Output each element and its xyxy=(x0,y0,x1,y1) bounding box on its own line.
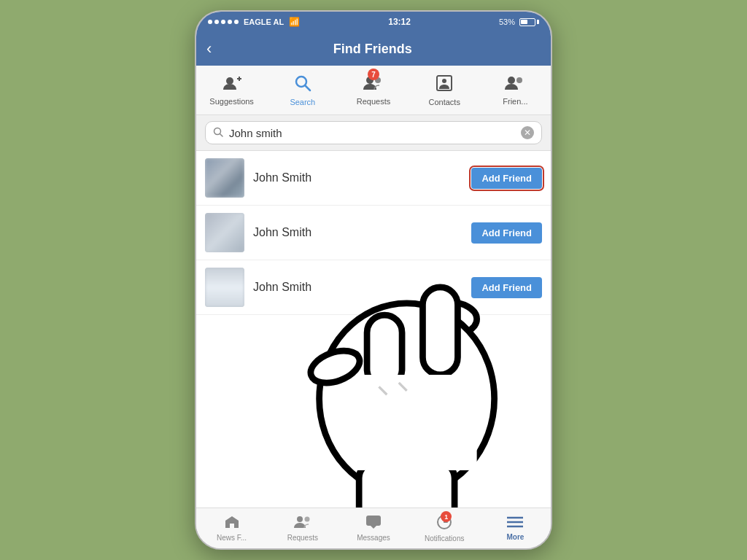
back-button[interactable]: ‹ xyxy=(206,39,219,58)
signal-dot-5 xyxy=(234,20,239,24)
avatar-2 xyxy=(205,213,244,252)
svg-point-8 xyxy=(442,79,446,83)
bottom-nav-messages[interactable]: Messages xyxy=(338,508,409,548)
signal-dot-1 xyxy=(208,20,212,24)
top-nav: ‹ Find Friends xyxy=(196,32,551,66)
suggestions-icon xyxy=(222,75,241,94)
search-input[interactable] xyxy=(229,127,515,139)
svg-line-20 xyxy=(379,386,387,394)
tab-search[interactable]: Search xyxy=(267,66,338,114)
status-left: EAGLE AL 📶 xyxy=(208,17,300,27)
search-bar-container: ✕ xyxy=(196,115,551,151)
search-label: Search xyxy=(290,98,315,106)
svg-point-22 xyxy=(297,516,303,522)
bottom-nav-notifications[interactable]: 1 Notifications xyxy=(409,508,480,548)
svg-rect-16 xyxy=(367,315,402,386)
page-title: Find Friends xyxy=(219,42,526,57)
signal-dot-4 xyxy=(228,20,232,24)
phone-frame: EAGLE AL 📶 13:12 53% ‹ Find Friends xyxy=(195,10,552,550)
result-item-3: John Smith Add Friend xyxy=(196,260,551,315)
results-list: John Smith Add Friend John Smith Add Fri… xyxy=(196,151,551,508)
battery-tip xyxy=(537,20,539,24)
svg-point-10 xyxy=(516,77,522,83)
add-friend-button-2[interactable]: Add Friend xyxy=(471,222,542,244)
notifications-badge: 1 xyxy=(441,511,452,522)
bottom-nav-more[interactable]: More xyxy=(480,508,551,548)
bottom-nav-requests[interactable]: Requests xyxy=(267,508,338,548)
signal-dot-3 xyxy=(221,20,225,24)
status-time: 13:12 xyxy=(388,17,411,27)
news-label: News F... xyxy=(217,534,247,542)
friends-icon xyxy=(505,75,525,94)
requests-label: Requests xyxy=(357,97,390,106)
wifi-icon: 📶 xyxy=(289,17,300,27)
add-friend-button-1[interactable]: Add Friend xyxy=(471,168,542,189)
requests-badge: 7 xyxy=(368,69,379,80)
wh-watermark: WH xyxy=(336,399,399,442)
svg-line-21 xyxy=(399,383,407,391)
svg-rect-18 xyxy=(359,462,454,508)
bottom-requests-label: Requests xyxy=(287,534,318,542)
carrier-label: EAGLE AL xyxy=(244,18,284,26)
svg-rect-24 xyxy=(366,516,381,526)
result-item-1: John Smith Add Friend xyxy=(196,151,551,206)
add-friend-button-3[interactable]: Add Friend xyxy=(471,277,542,298)
tab-contacts[interactable]: Contacts xyxy=(409,66,480,114)
clear-button[interactable]: ✕ xyxy=(521,126,534,139)
friends-label: Frien... xyxy=(503,97,527,106)
result-item-2: John Smith Add Friend xyxy=(196,206,551,260)
svg-point-0 xyxy=(226,77,233,85)
battery-icon xyxy=(519,18,539,26)
result-name-1: John Smith xyxy=(253,171,462,184)
more-label: More xyxy=(506,533,524,541)
more-icon xyxy=(507,516,523,531)
avatar-1 xyxy=(205,158,244,198)
notifications-label: Notifications xyxy=(425,534,464,542)
avatar-3 xyxy=(205,268,244,307)
tab-bar: Suggestions Search 7 Requests xyxy=(196,66,551,115)
contacts-label: Contacts xyxy=(429,98,460,106)
news-icon xyxy=(224,515,240,532)
tab-requests[interactable]: 7 Requests xyxy=(338,66,409,114)
svg-line-4 xyxy=(305,85,310,90)
tab-suggestions[interactable]: Suggestions xyxy=(196,66,267,114)
messages-icon xyxy=(365,515,382,532)
messages-label: Messages xyxy=(357,534,390,542)
svg-point-15 xyxy=(306,345,364,389)
result-name-3: John Smith xyxy=(253,281,462,294)
status-bar: EAGLE AL 📶 13:12 53% xyxy=(196,12,551,32)
svg-point-9 xyxy=(508,77,515,84)
search-bar-icon xyxy=(213,127,223,139)
svg-point-14 xyxy=(320,303,495,494)
svg-line-12 xyxy=(220,133,223,136)
battery-body xyxy=(519,18,535,26)
tab-friends[interactable]: Frien... xyxy=(480,66,551,114)
svg-point-23 xyxy=(304,517,309,522)
signal-dot-2 xyxy=(214,20,219,24)
result-name-2: John Smith xyxy=(253,226,462,239)
status-right: 53% xyxy=(499,18,539,26)
search-bar: ✕ xyxy=(205,121,542,144)
suggestions-label: Suggestions xyxy=(209,97,254,106)
bottom-requests-icon xyxy=(294,515,311,532)
bottom-nav: News F... Requests Messages xyxy=(196,508,551,548)
battery-fill xyxy=(521,20,527,24)
contacts-icon xyxy=(436,74,453,95)
search-icon xyxy=(294,74,311,95)
bottom-nav-news[interactable]: News F... xyxy=(196,508,267,548)
svg-rect-19 xyxy=(357,375,477,470)
battery-percent: 53% xyxy=(499,18,515,26)
